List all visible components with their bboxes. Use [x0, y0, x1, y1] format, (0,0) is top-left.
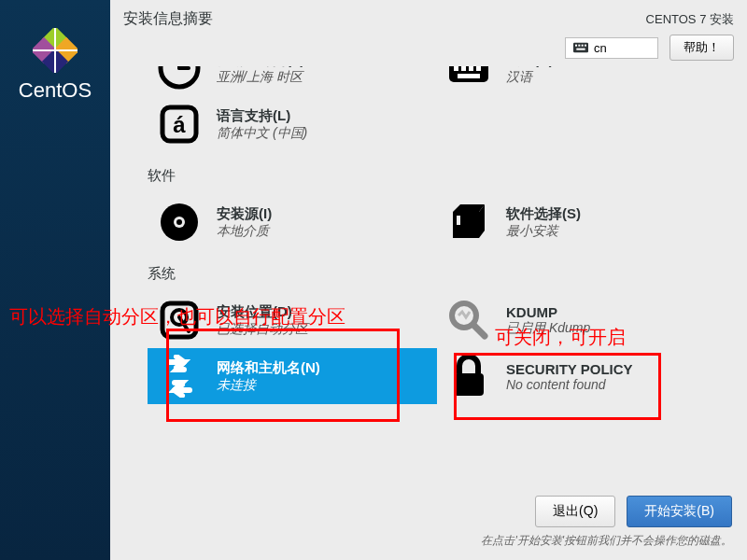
brand-text: CentOS: [19, 78, 92, 103]
footer: 退出(Q) 开始安装(B) 在点击'开始安装'按钮前我们并不会操作您的磁盘。: [110, 486, 747, 560]
installer-name: CENTOS 7 安装: [646, 11, 734, 28]
spoke-language[interactable]: á 语言支持(L) 简体中文 (中国): [148, 96, 437, 152]
language-icon: á: [158, 103, 201, 146]
category-software: 软件: [148, 167, 738, 185]
layout-code: cn: [594, 41, 607, 55]
svg-rect-21: [461, 66, 466, 71]
spoke-software-selection[interactable]: 软件选择(S) 最小安装: [437, 194, 726, 250]
disc-icon: [158, 201, 201, 244]
quit-button[interactable]: 退出(Q): [535, 496, 615, 527]
svg-rect-10: [585, 45, 586, 47]
svg-rect-22: [469, 66, 473, 71]
item-title: 网络和主机名(N): [217, 359, 320, 377]
item-sub: 最小安装: [506, 223, 581, 240]
footer-hint: 在点击'开始安装'按钮前我们并不会操作您的磁盘。: [481, 533, 732, 549]
page-title: 安装信息摘要: [123, 9, 213, 29]
svg-rect-9: [582, 45, 584, 47]
keyboard-layout-indicator[interactable]: cn: [565, 37, 658, 59]
harddrive-icon: [158, 299, 201, 342]
category-system: 系统: [148, 265, 738, 283]
svg-rect-23: [476, 66, 481, 71]
item-title: SECURITY POLICY: [506, 361, 633, 377]
spoke-install-destination[interactable]: 安装位置(D) 已选择自动分区: [148, 292, 437, 348]
svg-line-35: [473, 325, 485, 336]
spoke-install-source[interactable]: 安装源(I) 本地介质: [148, 194, 437, 250]
item-title: 安装源(I): [217, 205, 272, 223]
network-icon: [158, 355, 201, 398]
item-title: KDUMP: [506, 304, 590, 320]
svg-rect-8: [578, 45, 580, 47]
svg-rect-36: [454, 373, 484, 396]
centos-logo-icon: [33, 28, 78, 73]
spoke-datetime[interactable]: 日期和时间(T) 亚洲/上海 时区: [148, 66, 437, 96]
svg-rect-11: [576, 49, 585, 50]
item-title: 软件选择(S): [506, 205, 581, 223]
spoke-kdump[interactable]: KDUMP 已启用 Kdump: [437, 292, 726, 348]
item-sub: 汉语: [506, 69, 554, 86]
svg-point-29: [176, 219, 182, 225]
keyboard-icon: [573, 42, 588, 53]
svg-rect-6: [573, 43, 588, 53]
svg-rect-24: [458, 74, 480, 78]
item-sub: No content found: [506, 377, 633, 392]
item-title: 安装位置(D): [217, 303, 308, 321]
clock-icon: [158, 66, 201, 90]
item-title: 语言支持(L): [217, 107, 307, 125]
spoke-keyboard[interactable]: 键盘(K) 汉语: [437, 66, 726, 96]
keyboard-icon: [447, 66, 490, 84]
begin-install-button[interactable]: 开始安装(B): [627, 496, 732, 527]
svg-rect-30: [457, 216, 460, 225]
item-sub: 已选择自动分区: [217, 321, 308, 338]
spoke-security[interactable]: SECURITY POLICY No content found: [437, 348, 726, 404]
package-icon: [449, 203, 488, 242]
item-sub: 已启用 Kdump: [506, 320, 590, 337]
lock-icon: [450, 355, 487, 398]
help-button[interactable]: 帮助！: [669, 35, 734, 61]
svg-text:á: á: [173, 112, 186, 137]
sidebar: CentOS: [0, 0, 110, 560]
svg-rect-7: [575, 45, 577, 47]
item-sub: 简体中文 (中国): [217, 125, 307, 142]
item-sub: 本地介质: [217, 223, 272, 240]
item-sub: 亚洲/上海 时区: [217, 69, 304, 86]
magnifier-icon: [447, 299, 490, 342]
topbar: 安装信息摘要 CENTOS 7 安装: [110, 0, 747, 35]
spoke-network[interactable]: 网络和主机名(N) 未连接: [148, 348, 437, 404]
svg-rect-20: [454, 66, 458, 71]
item-sub: 未连接: [217, 377, 320, 394]
